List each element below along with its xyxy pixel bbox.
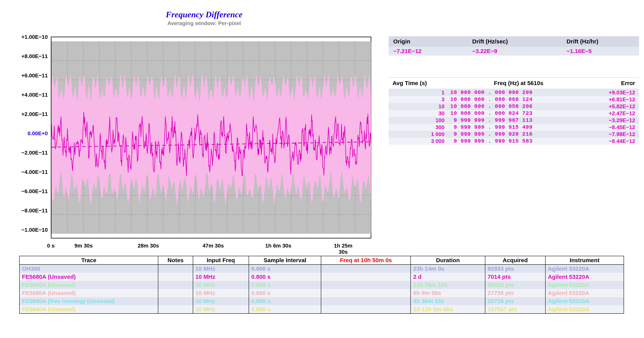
table-cell: [321, 264, 410, 273]
table-cell: 10 MHz: [193, 273, 249, 281]
chart-subtitle: Averaging window: Per-pixel: [154, 20, 254, 27]
y-tick: −8.00E−11: [6, 208, 48, 214]
avg-row: 3 000 9 999 999 . 999 915 583−8.44E−12: [389, 138, 639, 145]
table-cell: 7014 pts: [485, 273, 546, 281]
avg-time: 100: [392, 117, 450, 123]
avg-error: +2.47E−12: [593, 110, 635, 116]
avg-freq: 10 000 000 . 000 058 206: [450, 103, 593, 110]
y-tick: +6.00E−11: [6, 73, 48, 79]
table-cell: [321, 281, 410, 289]
table-cell: [158, 273, 193, 281]
avg-freq: 9 999 999 . 999 915 499: [450, 124, 593, 130]
table-cell: [321, 297, 410, 305]
th-freqat: Freq at 10h 50m 0s: [321, 256, 410, 264]
avg-time: 1 000: [392, 131, 450, 137]
drift-panel: Origin Drift (Hz/sec) Drift (Hz/hr) −7.2…: [389, 36, 639, 56]
table-cell: 157557 pts: [485, 305, 546, 313]
avg-row: 1010 000 000 . 000 058 206+5.82E−12: [389, 103, 639, 110]
table-cell: 0.800 s: [249, 297, 321, 305]
avg-error: +5.82E−12: [593, 103, 635, 110]
drift-header: Drift (Hz/sec): [472, 38, 566, 45]
table-cell: [158, 289, 193, 297]
avg-error: −3.29E−12: [593, 117, 635, 123]
table-cell: FE5680A (Unsaved): [20, 273, 158, 281]
table-cell: [321, 289, 410, 297]
avg-row: 110 000 000 . 000 090 299+9.03E−12: [389, 89, 639, 96]
th-notes: Notes: [158, 256, 193, 264]
table-cell: 0.900 s: [249, 264, 321, 273]
table-cell: 23h 14m 0s: [410, 264, 485, 273]
avg-time: 30: [392, 110, 450, 116]
th-acquired: Acquired: [485, 256, 546, 264]
chart-frame: [51, 37, 371, 238]
table-row[interactable]: OH30010 MHz0.900 s23h 14m 0s92933 ptsAgi…: [20, 264, 624, 273]
table-cell: 0.800 s: [249, 289, 321, 297]
avg-error: +9.03E−12: [593, 90, 635, 96]
table-cell: Agilent 53220A: [546, 264, 624, 273]
table-cell: 10 MHz: [193, 281, 249, 289]
x-axis: 0 s 9m 30s 28m 30s 47m 30s 1h 6m 30s 1h …: [51, 243, 371, 252]
table-row[interactable]: FE5680A (Unsaved)10 MHz0.800 s6h 9m 50s2…: [20, 289, 624, 297]
table-row[interactable]: FE5680A (free running) (Unsaved)10 MHz0.…: [20, 297, 624, 305]
th-instrument: Instrument: [546, 256, 624, 264]
table-cell: [321, 273, 410, 281]
table-cell: 10 MHz: [193, 289, 249, 297]
y-tick: −4.00E−11: [6, 169, 48, 175]
table-cell: FE5680A (Unsaved): [20, 305, 158, 313]
table-cell: Agilent 53220A: [546, 297, 624, 305]
table-cell: Agilent 53220A: [546, 305, 624, 313]
table-cell: [321, 305, 410, 313]
x-tick: 1h 25m 30s: [329, 243, 357, 255]
y-tick: +2.00E−11: [6, 111, 48, 117]
avg-time: 3 000: [392, 138, 450, 144]
table-row[interactable]: FE5680A (Unsaved)10 MHz0.800 s1d 11h 0m …: [20, 305, 624, 313]
table-cell: FE5680A (free running) (Unsaved): [20, 297, 158, 305]
table-cell: FE5680A (Unsaved): [20, 289, 158, 297]
chart-title: Frequency Difference: [154, 10, 254, 20]
avg-freq: 10 000 000 . 000 024 723: [450, 110, 593, 116]
table-cell: 10 MHz: [193, 305, 249, 313]
table-cell: [158, 281, 193, 289]
avg-header-row: Avg Time (s) Freq (Hz) at 5610s Error: [389, 77, 639, 89]
avg-freq: 9 999 999 . 999 920 216: [450, 131, 593, 137]
drift-data-row: −7.21E−12 −3.22E−9 −1.16E−5: [389, 47, 639, 56]
table-cell: OH300: [20, 264, 158, 273]
table-cell: 27738 pts: [485, 289, 546, 297]
table-cell: [158, 305, 193, 313]
avg-freq: 10 000 000 . 000 068 124: [450, 96, 593, 103]
table-cell: [158, 297, 193, 305]
table-cell: FE5680A (Unsaved): [20, 281, 158, 289]
table-cell: [158, 264, 193, 273]
y-tick-zero: 0.00E+0: [6, 130, 48, 137]
table-cell: 0.800 s: [249, 281, 321, 289]
table-row[interactable]: FE5680A (Unsaved)10 MHz0.800 s2 d7014 pt…: [20, 273, 624, 281]
y-tick: −2.00E−11: [6, 150, 48, 156]
table-cell: Agilent 53220A: [546, 289, 624, 297]
table-cell: Agilent 53220A: [546, 281, 624, 289]
table-row[interactable]: FE5680A (Unsaved)10 MHz0.800 s11h 36m 18…: [20, 281, 624, 289]
avg-error: −8.45E−12: [593, 124, 635, 130]
avg-time: 3: [392, 96, 450, 103]
avg-freq: 9 999 999 . 999 967 113: [450, 117, 593, 123]
avg-row: 100 9 999 999 . 999 967 113−3.29E−12: [389, 117, 639, 124]
drift-value: −7.21E−12: [393, 48, 472, 54]
table-cell: 10 MHz: [193, 297, 249, 305]
y-axis: +1.00E−10 +8.00E−11 +6.00E−11 +4.00E−11 …: [4, 37, 48, 237]
avg-freq: 9 999 999 . 999 915 583: [450, 138, 593, 144]
table-cell: Agilent 53220A: [546, 273, 624, 281]
avg-freq: 10 000 000 . 000 090 299: [450, 90, 593, 96]
table-cell: 58428 pts: [485, 281, 546, 289]
avg-error: −7.98E−12: [593, 131, 635, 137]
table-cell: 6h 9m 50s: [410, 289, 485, 297]
chart-title-block: Frequency Difference Averaging window: P…: [154, 10, 254, 27]
drift-header: Origin: [393, 38, 472, 45]
plot-area[interactable]: [52, 42, 371, 234]
avg-time: 10: [392, 103, 450, 110]
plot-svg: [52, 42, 371, 234]
drift-value: −1.16E−5: [566, 48, 634, 54]
table-cell: 92933 pts: [485, 264, 546, 273]
y-tick: +1.00E−10: [6, 34, 48, 40]
x-tick: 28m 30s: [138, 243, 159, 249]
table-cell: 1d 11h 0m 46s: [410, 305, 485, 313]
table-cell: 0.800 s: [249, 305, 321, 313]
